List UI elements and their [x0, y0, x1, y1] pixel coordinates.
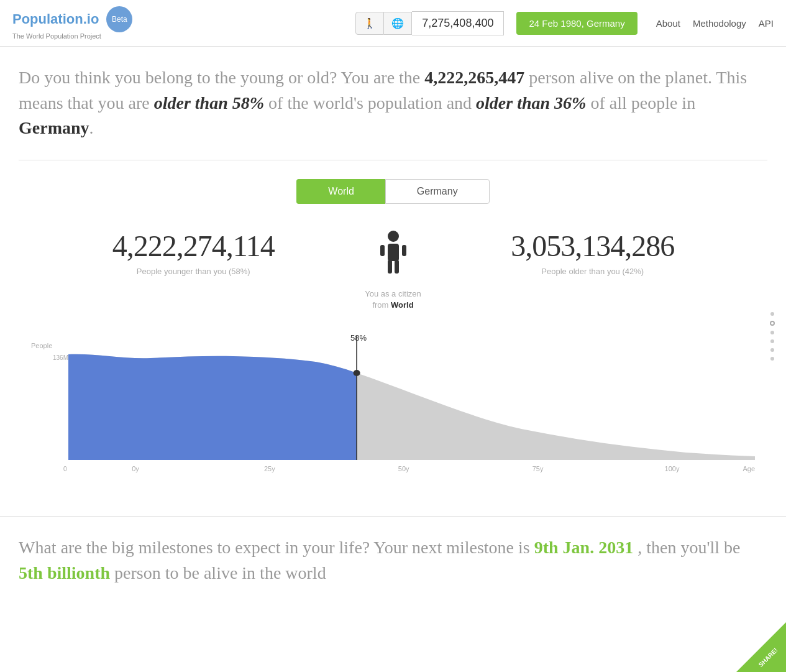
svg-rect-4: [380, 245, 385, 256]
age-100y: 100y: [605, 465, 739, 472]
population-display: 7,275,408,400: [412, 11, 504, 35]
chart-container: People 136M 0 58%: [31, 336, 755, 491]
bottom-text: What are the big milestones to expect in…: [19, 535, 767, 586]
about-link[interactable]: About: [656, 18, 680, 29]
logo-area: Population.io Beta The World Population …: [12, 6, 132, 40]
svg-point-0: [388, 231, 399, 242]
svg-point-8: [354, 370, 360, 376]
stats-row: 4,222,274,114 People younger than you (5…: [19, 229, 767, 311]
younger-stat: 4,222,274,114 People younger than you (5…: [37, 229, 350, 276]
api-link[interactable]: API: [759, 18, 774, 29]
svg-rect-1: [388, 244, 399, 261]
chart-svg: [68, 336, 755, 460]
section-divider: [19, 160, 767, 160]
chart-svg-wrap: 58%: [68, 336, 755, 463]
scroll-dot-2[interactable]: [770, 321, 775, 326]
younger-count: 4,222,274,114: [37, 229, 350, 263]
age-75y: 75y: [471, 465, 605, 472]
center-figure: You as a citizen from World: [350, 229, 437, 311]
age-50y: 50y: [337, 465, 471, 472]
scroll-dot-4[interactable]: [770, 339, 774, 343]
older-count: 3,053,134,286: [437, 229, 749, 263]
person-figure-icon: [378, 229, 409, 283]
beta-badge: Beta: [106, 6, 132, 32]
scroll-dot-1[interactable]: [770, 312, 774, 316]
scroll-dot-3[interactable]: [770, 331, 774, 334]
header-controls: 🚶 🌐 7,275,408,400: [355, 11, 504, 35]
age-0y: 0y: [68, 465, 203, 472]
methodology-link[interactable]: Methodology: [693, 18, 746, 29]
nav-links: About Methodology API: [656, 18, 774, 29]
scroll-dot-5[interactable]: [770, 348, 774, 352]
chart-x-labels: 0y 25y 50y 75y 100y Age: [68, 465, 755, 472]
chart-y-zero: 0: [63, 466, 67, 472]
header: Population.io Beta The World Population …: [0, 0, 786, 47]
chart-y-value: 136M: [53, 354, 68, 361]
older-stat: 3,053,134,286 People older than you (42%…: [437, 229, 749, 276]
chart-marker-label: 58%: [350, 333, 367, 343]
logo-subtitle: The World Population Project: [12, 32, 132, 40]
svg-rect-3: [395, 260, 399, 274]
globe-icon-btn[interactable]: 🌐: [384, 12, 412, 35]
person-icon: 🚶: [363, 17, 376, 29]
germany-toggle-btn[interactable]: Germany: [385, 179, 490, 204]
date-button[interactable]: 24 Feb 1980, Germany: [516, 12, 637, 35]
svg-rect-5: [402, 245, 406, 256]
svg-rect-2: [388, 260, 392, 274]
citizen-label: You as a citizen from World: [365, 288, 421, 311]
globe-icon: 🌐: [391, 17, 404, 29]
age-axis-label: Age: [743, 465, 755, 472]
age-25y: 25y: [203, 465, 337, 472]
toggle-area: World Germany: [19, 179, 767, 204]
bottom-section: What are the big milestones to expect in…: [0, 516, 786, 586]
logo-title: Population.io: [12, 11, 99, 27]
older-label: People older than you (42%): [437, 267, 749, 276]
chart-y-label: People: [31, 342, 52, 349]
person-icon-btn[interactable]: 🚶: [355, 12, 384, 35]
intro-text: Do you think you belong to the young or …: [19, 65, 767, 141]
younger-label: People younger than you (58%): [37, 267, 350, 276]
world-toggle-btn[interactable]: World: [296, 179, 385, 204]
scroll-dots: [770, 312, 775, 361]
main-content: Do you think you belong to the young or …: [0, 47, 786, 516]
scroll-dot-6[interactable]: [770, 357, 774, 361]
